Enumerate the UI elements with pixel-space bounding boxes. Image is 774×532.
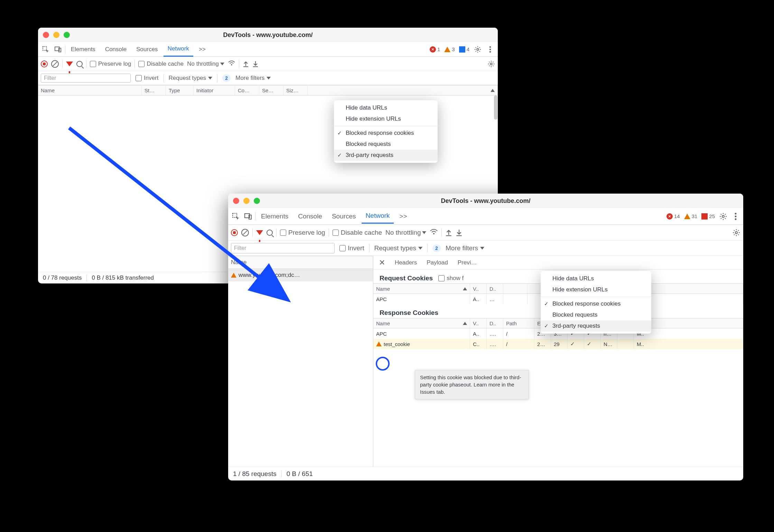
close-icon[interactable]: ✕ [377, 258, 386, 267]
request-row[interactable]: www.youtube.com;dc… [228, 269, 373, 281]
tab-elements[interactable]: Elements [257, 209, 292, 223]
tab-elements[interactable]: Elements [67, 43, 100, 56]
record-button[interactable] [231, 229, 238, 236]
warn-count[interactable]: 31 [684, 213, 698, 219]
tab-console[interactable]: Console [294, 209, 326, 223]
tab-sources[interactable]: Sources [132, 43, 162, 56]
device-toolbar-icon[interactable] [53, 44, 64, 55]
response-cookie-row-blocked[interactable]: test_cookie C.. …. / 2… 29 ✓ ✓ N… M.. [373, 339, 743, 349]
info-count[interactable]: 25 [701, 213, 715, 220]
tab-payload[interactable]: Payload [425, 259, 449, 266]
upload-icon[interactable] [445, 229, 452, 236]
disable-cache-label: Disable cache [341, 229, 382, 236]
invert-checkbox[interactable]: Invert [339, 244, 364, 252]
disable-cache-checkbox[interactable]: Disable cache [138, 60, 184, 67]
menu-blocked-requests[interactable]: Blocked requests [541, 309, 651, 320]
clear-button[interactable] [241, 229, 249, 236]
divider [239, 60, 239, 68]
scrollbar[interactable] [494, 95, 497, 120]
more-filters-badge: 2 [432, 244, 441, 252]
menu-blocked-response-cookies[interactable]: ✓ Blocked response cookies [541, 298, 651, 309]
disable-cache-checkbox[interactable]: Disable cache [333, 229, 382, 236]
search-icon[interactable] [76, 61, 83, 67]
gear-icon[interactable] [718, 211, 729, 222]
zoom-icon[interactable] [254, 198, 260, 204]
minimize-icon[interactable] [53, 32, 59, 38]
menu-hide-data-urls[interactable]: Hide data URLs [334, 102, 438, 113]
menu-blocked-response-cookies[interactable]: ✓ Blocked response cookies [334, 128, 438, 139]
minimize-icon[interactable] [243, 198, 250, 204]
warning-icon [376, 342, 382, 346]
invert-checkbox[interactable]: Invert [136, 75, 159, 82]
wifi-icon[interactable] [430, 228, 438, 237]
tab-sources[interactable]: Sources [328, 209, 360, 223]
cookie-blocked-tooltip: Setting this cookie was blocked due to t… [415, 370, 529, 399]
tab-network[interactable]: Network [164, 42, 193, 57]
search-icon[interactable] [267, 230, 273, 236]
menu-hide-ext-urls[interactable]: Hide extension URLs [541, 284, 651, 295]
upload-icon[interactable] [243, 60, 249, 67]
titlebar[interactable]: DevTools - www.youtube.com/ [228, 194, 743, 208]
inspect-icon[interactable] [40, 44, 51, 55]
preserve-log-checkbox[interactable]: Preserve log [280, 229, 325, 236]
filter-input[interactable]: Filter [41, 74, 131, 83]
col-name[interactable]: Name [228, 256, 373, 269]
clear-button[interactable] [51, 60, 59, 68]
tab-network[interactable]: Network [362, 209, 394, 224]
wifi-icon[interactable] [228, 60, 235, 68]
request-types-dropdown[interactable]: Request types [169, 75, 213, 82]
kebab-icon[interactable] [485, 44, 496, 55]
col-content[interactable]: Co… [235, 85, 259, 95]
col-waterfall[interactable] [308, 85, 498, 95]
kebab-icon[interactable] [730, 211, 741, 222]
col-type[interactable]: Type [166, 85, 194, 95]
col-name[interactable]: Name [38, 85, 142, 95]
inspect-icon[interactable] [230, 211, 241, 222]
col-set[interactable]: Se… [259, 85, 283, 95]
col-status[interactable]: St… [142, 85, 166, 95]
close-icon[interactable] [43, 32, 49, 38]
more-tabs-icon[interactable]: >> [195, 43, 210, 56]
device-toolbar-icon[interactable] [243, 211, 254, 222]
throttling-select[interactable]: No throttling [187, 60, 224, 67]
filter-icon[interactable] [66, 62, 73, 66]
more-filters-dropdown[interactable]: More filters [446, 244, 484, 252]
cc-name[interactable]: Name [373, 284, 470, 293]
show-filtered-checkbox[interactable]: show f [438, 275, 464, 282]
tab-preview[interactable]: Previ… [456, 259, 478, 266]
throttling-select[interactable]: No throttling [385, 229, 426, 236]
error-count[interactable]: × 14 [666, 213, 680, 220]
tab-headers[interactable]: Headers [393, 259, 418, 266]
preserve-log-checkbox[interactable]: Preserve log [90, 60, 131, 67]
tab-console[interactable]: Console [101, 43, 131, 56]
cc-name[interactable]: Name [373, 318, 470, 328]
check-icon: ✓ [337, 152, 342, 158]
menu-3rd-party-requests[interactable]: ✓ 3rd-party requests [334, 150, 438, 161]
titlebar[interactable]: DevTools - www.youtube.com/ [38, 28, 498, 42]
filter-icon[interactable] [256, 230, 263, 235]
close-icon[interactable] [233, 198, 239, 204]
filter-input[interactable]: Filter [231, 243, 335, 253]
warn-count[interactable]: 3 [444, 46, 455, 52]
error-count[interactable]: × 1 [430, 46, 440, 53]
col-size[interactable]: Siz… [283, 85, 308, 95]
cc-v[interactable]: V.. [470, 284, 487, 293]
response-cookies-heading: Response Cookies [380, 309, 438, 317]
menu-hide-data-urls[interactable]: Hide data URLs [541, 273, 651, 284]
download-icon[interactable] [252, 60, 259, 67]
gear-icon[interactable] [487, 60, 495, 68]
menu-hide-ext-urls[interactable]: Hide extension URLs [334, 113, 438, 124]
menu-3rd-party-requests[interactable]: ✓ 3rd-party requests [541, 320, 651, 332]
info-count[interactable]: 4 [459, 46, 469, 53]
gear-icon[interactable] [472, 44, 483, 55]
more-tabs-icon[interactable]: >> [395, 209, 411, 223]
record-button[interactable] [41, 60, 48, 67]
menu-blocked-requests[interactable]: Blocked requests [334, 139, 438, 150]
request-types-dropdown[interactable]: Request types [374, 244, 422, 252]
col-initiator[interactable]: Initiator [194, 85, 235, 95]
gear-icon[interactable] [732, 228, 740, 237]
cc-d[interactable]: D.. [487, 284, 503, 293]
zoom-icon[interactable] [64, 32, 70, 38]
download-icon[interactable] [456, 229, 463, 236]
more-filters-dropdown[interactable]: More filters [235, 75, 271, 82]
